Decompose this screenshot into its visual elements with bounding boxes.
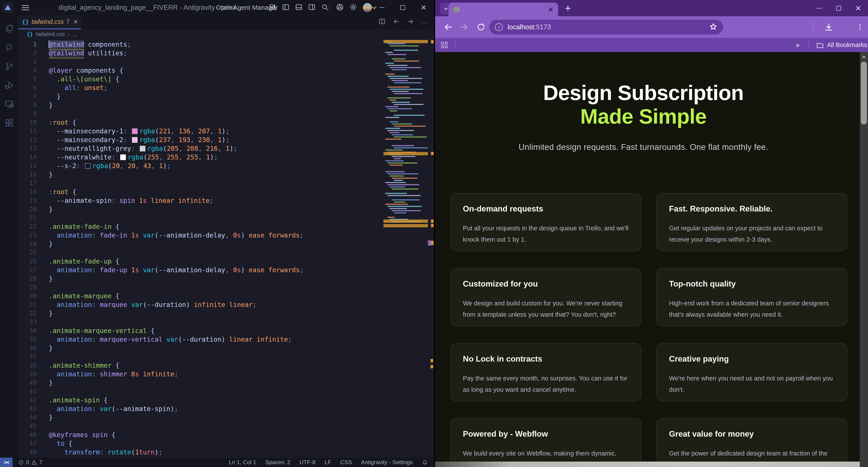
- source-control-icon[interactable]: [5, 62, 14, 71]
- code-line[interactable]: 16}: [19, 170, 434, 179]
- browser-minimize-button[interactable]: [809, 0, 829, 16]
- toggle-sidebar-right-icon[interactable]: [308, 3, 315, 12]
- code-line[interactable]: 37: [19, 352, 434, 361]
- maximize-button[interactable]: [392, 0, 413, 15]
- color-swatch[interactable]: [120, 155, 126, 160]
- code-line[interactable]: 15 --s-2: rgba(20, 20, 43, 1);: [19, 161, 434, 170]
- toggle-sidebar-left-icon[interactable]: [282, 3, 289, 12]
- breadcrumb-file[interactable]: tailwind.css: [36, 31, 65, 37]
- color-swatch[interactable]: [132, 137, 137, 143]
- code-line[interactable]: 46@keyframes spin {: [19, 430, 434, 439]
- open-agent-manager-button[interactable]: Open Agent Manager: [216, 0, 278, 15]
- code-line[interactable]: 31 animation: marquee var(--duration) in…: [19, 300, 434, 309]
- code-line[interactable]: 12 --mainsecondary-2: rgba(237, 193, 230…: [19, 135, 434, 144]
- code-line[interactable]: 34.animate-marquee-vertical {: [19, 326, 434, 335]
- code-line[interactable]: 45: [19, 422, 434, 430]
- code-line[interactable]: 42.animate-spin {: [19, 396, 434, 404]
- navigate-back-icon[interactable]: [393, 18, 400, 27]
- language-mode[interactable]: CSS: [340, 459, 352, 466]
- run-debug-icon[interactable]: [5, 80, 14, 90]
- code-line[interactable]: 1@tailwind components;: [19, 40, 434, 48]
- code-line[interactable]: 22.animate-fade-in {: [19, 222, 434, 231]
- minimap[interactable]: [383, 40, 428, 229]
- navigate-forward-icon[interactable]: [407, 18, 414, 27]
- search-sidebar-icon[interactable]: [5, 43, 14, 52]
- minimize-button[interactable]: [372, 0, 392, 15]
- code-line[interactable]: 6 all: unset;: [19, 83, 434, 92]
- code-line[interactable]: 18:root {: [19, 188, 434, 196]
- page-horizontal-scrollbar[interactable]: [435, 462, 860, 467]
- browser-preview-icon[interactable]: [336, 3, 344, 12]
- browser-close-button[interactable]: ✕: [848, 0, 868, 16]
- code-line[interactable]: 47 to {: [19, 439, 434, 448]
- settings-profile[interactable]: Antigravity - Settings: [361, 459, 413, 466]
- reload-icon[interactable]: [476, 16, 486, 38]
- code-line[interactable]: 3: [19, 57, 434, 66]
- code-line[interactable]: 30.animate-marquee {: [19, 292, 434, 300]
- downloads-icon[interactable]: [824, 16, 834, 38]
- vertical-scrollbar-thumb[interactable]: [861, 62, 867, 125]
- close-button[interactable]: ✕: [413, 0, 434, 15]
- eol-type[interactable]: LF: [324, 459, 331, 466]
- code-line[interactable]: 26.animate-fade-up {: [19, 257, 434, 266]
- notifications-bell-icon[interactable]: [422, 459, 428, 465]
- explorer-icon[interactable]: [5, 24, 14, 33]
- code-line[interactable]: 23 animation: fade-in 1s var(--animation…: [19, 231, 434, 239]
- code-line[interactable]: 4@layer components {: [19, 66, 434, 75]
- code-line[interactable]: 13 --neutrallight-grey: rgba(205, 208, 2…: [19, 144, 434, 153]
- split-editor-icon[interactable]: [378, 18, 385, 27]
- browser-maximize-button[interactable]: [829, 0, 848, 16]
- code-line[interactable]: 11 --mainsecondary-1: rgba(221, 136, 207…: [19, 127, 434, 135]
- color-swatch[interactable]: [85, 163, 91, 169]
- back-icon[interactable]: [443, 16, 453, 38]
- color-swatch[interactable]: [132, 128, 137, 134]
- indentation[interactable]: Spaces: 2: [265, 459, 290, 466]
- menu-hamburger-icon[interactable]: [22, 0, 29, 15]
- code-line[interactable]: 44}: [19, 413, 434, 422]
- code-line[interactable]: 7 }: [19, 92, 434, 101]
- tab-close-icon[interactable]: ✕: [73, 18, 78, 25]
- bookmark-star-icon[interactable]: [709, 22, 718, 32]
- code-line[interactable]: 48 transform: rotate(1turn);: [19, 448, 434, 456]
- settings-gear-icon[interactable]: [349, 3, 357, 12]
- code-line[interactable]: 25: [19, 248, 434, 257]
- code-line[interactable]: 9: [19, 109, 434, 118]
- code-line[interactable]: 41: [19, 387, 434, 396]
- code-line[interactable]: 29: [19, 283, 434, 292]
- code-line[interactable]: 2@tailwind utilities;: [19, 48, 434, 57]
- scroll-up-arrow-icon[interactable]: [862, 55, 866, 58]
- code-line[interactable]: 43 animation: var(--animate-spin);: [19, 404, 434, 413]
- encoding[interactable]: UTF-8: [300, 459, 315, 466]
- forward-icon[interactable]: [459, 16, 469, 38]
- more-actions-icon[interactable]: ···: [422, 19, 428, 26]
- breadcrumb-ellipsis[interactable]: ...: [73, 31, 78, 37]
- remote-indicator[interactable]: ><: [0, 458, 12, 467]
- problems-status[interactable]: 0 7: [18, 459, 42, 466]
- code-line[interactable]: 24}: [19, 239, 434, 248]
- new-tab-button[interactable]: +: [565, 0, 571, 16]
- tab-close-icon[interactable]: ✕: [548, 5, 554, 14]
- breadcrumb[interactable]: {} tailwind.css › ...: [19, 29, 434, 39]
- code-editor[interactable]: 1@tailwind components;2@tailwind utiliti…: [19, 39, 434, 458]
- code-line[interactable]: 28}: [19, 274, 434, 283]
- code-line[interactable]: 17: [19, 179, 434, 188]
- code-line[interactable]: 5 .all-\[unset\] {: [19, 75, 434, 83]
- toggle-panel-bottom-icon[interactable]: [295, 3, 303, 12]
- remote-explorer-icon[interactable]: [5, 99, 14, 109]
- code-line[interactable]: 14 --neutralwhite: rgba(255, 255, 255, 1…: [19, 153, 434, 161]
- code-line[interactable]: 8}: [19, 101, 434, 109]
- browser-menu-kebab-icon[interactable]: [856, 16, 864, 38]
- extensions-icon[interactable]: [5, 118, 14, 128]
- code-line[interactable]: 36}: [19, 343, 434, 352]
- customize-layout-icon[interactable]: [269, 3, 276, 12]
- code-line[interactable]: 27 animation: fade-up 1s var(--animation…: [19, 266, 434, 274]
- overview-ruler[interactable]: [428, 39, 434, 458]
- code-line[interactable]: 33: [19, 318, 434, 326]
- url-text[interactable]: localhost:5173: [507, 23, 551, 31]
- page-vertical-scrollbar[interactable]: [860, 52, 868, 467]
- code-line[interactable]: 20}: [19, 205, 434, 213]
- code-line[interactable]: 38.animate-shimmer {: [19, 361, 434, 370]
- browser-active-tab[interactable]: ✕: [448, 3, 558, 16]
- code-line[interactable]: 10:root {: [19, 118, 434, 127]
- address-bar[interactable]: i localhost:5173: [489, 20, 723, 34]
